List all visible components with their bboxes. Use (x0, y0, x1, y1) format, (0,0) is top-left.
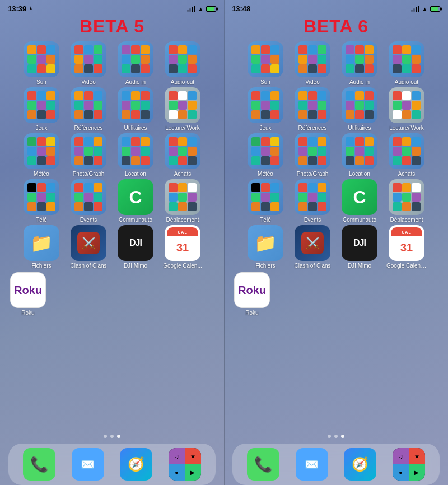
wifi-icon-right: ▲ (422, 6, 428, 12)
app-row-3-right: Météo Photo/Graph (227, 133, 445, 177)
page-dots-right (328, 435, 344, 438)
app-tele-right[interactable]: Télé (243, 179, 288, 223)
app-row-1-right: Sun Vidéo (227, 41, 445, 85)
app-gcal-left[interactable]: CAL 31 Google Calen... (160, 225, 205, 269)
dock-safari-left[interactable]: 🧭 (120, 448, 152, 481)
dot1-left (104, 435, 107, 438)
app-dji-right[interactable]: DJI DJI Mimo (337, 225, 382, 269)
app-row-3-left: Météo Photo/Graph (3, 133, 221, 177)
app-location-left[interactable]: Location (113, 133, 158, 177)
dock-phone-left[interactable]: 📞 (23, 448, 55, 481)
dock-phone-right[interactable]: 📞 (247, 448, 279, 481)
app-achats-right[interactable]: Achats (384, 133, 429, 177)
battery-icon (206, 6, 216, 12)
battery-icon-right (430, 6, 440, 12)
app-gcal-right[interactable]: CAL 31 Google Calendar (384, 225, 429, 269)
app-refs-left[interactable]: Références (66, 87, 111, 131)
dot1-right (328, 435, 331, 438)
signal-icon (187, 6, 195, 12)
app-refs-right[interactable]: Références (290, 87, 335, 131)
dock-right: 📞 ✉️ 🧭 ♫ ★ ● ▶ (232, 444, 440, 485)
dock-music-right[interactable]: ♫ ★ ● ▶ (393, 448, 425, 481)
dock-mail-left[interactable]: ✉️ (72, 448, 104, 481)
app-roku-left[interactable]: Roku Roku (10, 272, 46, 316)
dot2-right (334, 435, 338, 438)
app-audioout-right[interactable]: Audio out (384, 41, 429, 85)
app-row-4-left: Télé Events C Com (3, 179, 221, 223)
app-achats-left[interactable]: Achats (160, 133, 205, 177)
app-roku-right[interactable]: Roku Roku (234, 272, 270, 316)
beta5-panel: 13:39 ▲ BETA 5 (0, 0, 224, 485)
app-photo-right[interactable]: Photo/Graph (290, 133, 335, 177)
app-meteo-left[interactable]: Météo (19, 133, 64, 177)
app-video-right[interactable]: Vidéo (290, 41, 335, 85)
dot2-left (110, 435, 114, 438)
app-fichiers-right[interactable]: 📁 Fichiers (243, 225, 288, 269)
beta6-panel: 13:48 ▲ BETA 6 (224, 0, 448, 485)
app-row-5-left: 📁 Fichiers ⚔️ Clash of Clans (3, 225, 221, 269)
app-jeux-left[interactable]: Jeux (19, 87, 64, 131)
dot3-left (117, 435, 120, 438)
wifi-icon: ▲ (198, 6, 204, 12)
app-communauto-left[interactable]: C Communauto (113, 179, 158, 223)
app-audioin-right[interactable]: Audio in (337, 41, 382, 85)
app-row-5-right: 📁 Fichiers ⚔️ Clash of Clans (227, 225, 445, 269)
app-utils-left[interactable]: Utilitaires (113, 87, 158, 131)
app-tele-left[interactable]: Télé (19, 179, 64, 223)
app-sun-right[interactable]: Sun (243, 41, 288, 85)
status-bar-left: 13:39 ▲ (0, 0, 224, 15)
dock-music-left[interactable]: ♫ ★ ● ▶ (169, 448, 201, 481)
status-bar-right: 13:48 ▲ (224, 0, 448, 15)
app-coc-right[interactable]: ⚔️ Clash of Clans (290, 225, 335, 269)
app-meteo-right[interactable]: Météo (243, 133, 288, 177)
app-lecture-left[interactable]: Lecture/iWork (160, 87, 205, 131)
dock-mail-right[interactable]: ✉️ (296, 448, 328, 481)
app-utils-right[interactable]: Utilitaires (337, 87, 382, 131)
time-left: 13:39 (8, 4, 26, 13)
signal-icon-right (411, 6, 419, 12)
app-jeux-right[interactable]: Jeux (243, 87, 288, 131)
page-dots-left (104, 435, 120, 438)
app-deplacement-left[interactable]: Déplacement (160, 179, 205, 223)
app-audioin-left[interactable]: Audio in (113, 41, 158, 85)
beta5-title: BETA 5 (80, 16, 144, 37)
app-coc-left[interactable]: ⚔️ Clash of Clans (66, 225, 111, 269)
app-row-2-left: Jeux Références (3, 87, 221, 131)
app-row-2-right: Jeux Références (227, 87, 445, 131)
app-photo-left[interactable]: Photo/Graph (66, 133, 111, 177)
app-fichiers-left[interactable]: 📁 Fichiers (19, 225, 64, 269)
app-deplacement-right[interactable]: Déplacement (384, 179, 429, 223)
dot3-right (341, 435, 344, 438)
panel-divider (224, 0, 225, 485)
app-audioout-left[interactable]: Audio out (160, 41, 205, 85)
location-icon (28, 6, 34, 12)
app-row-4-right: Télé Events C Com (227, 179, 445, 223)
app-location-right[interactable]: Location (337, 133, 382, 177)
app-lecture-right[interactable]: Lecture/iWork (384, 87, 429, 131)
app-dji-left[interactable]: DJI DJI Mimo (113, 225, 158, 269)
dock-safari-right[interactable]: 🧭 (344, 448, 376, 481)
app-communauto-right[interactable]: C Communauto (337, 179, 382, 223)
app-video-left[interactable]: Vidéo (66, 41, 111, 85)
app-sun-left[interactable]: Sun (19, 41, 64, 85)
app-events-right[interactable]: Events (290, 179, 335, 223)
time-right: 13:48 (232, 4, 250, 13)
app-row-1-left: Sun Vidéo (3, 41, 221, 85)
dock-left: 📞 ✉️ 🧭 ♫ ★ ● ▶ (8, 444, 216, 485)
app-events-left[interactable]: Events (66, 179, 111, 223)
beta6-title: BETA 6 (304, 16, 368, 37)
